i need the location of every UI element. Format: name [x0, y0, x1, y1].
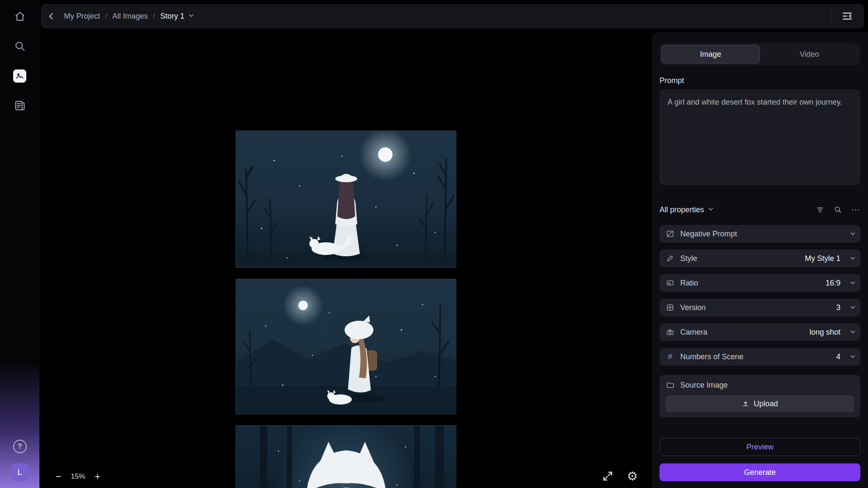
property-row-camera[interactable]: Camera long shot	[659, 323, 860, 341]
breadcrumb-separator: /	[105, 12, 107, 21]
property-row-negative-prompt[interactable]: Negative Prompt	[659, 225, 860, 243]
panel-toggle-icon[interactable]	[840, 8, 855, 24]
property-row-version[interactable]: Version 3	[659, 299, 860, 316]
fullscreen-icon[interactable]	[600, 469, 615, 484]
image-off-icon	[665, 230, 675, 238]
prompt-input[interactable]: A girl and white desert fox started thei…	[668, 97, 852, 178]
avatar[interactable]: L	[11, 463, 29, 481]
all-properties-label: All properties	[659, 205, 704, 214]
property-row-style[interactable]: Style My Style 1	[659, 250, 860, 267]
upload-label: Upload	[754, 399, 778, 408]
breadcrumb-project[interactable]: My Project	[64, 12, 100, 21]
breadcrumb-current-label: Story 1	[160, 12, 184, 21]
breadcrumb-current-story[interactable]: Story 1	[160, 12, 193, 21]
chevron-down-icon	[189, 12, 193, 17]
camera-icon	[665, 328, 675, 336]
breadcrumb-separator: /	[153, 12, 155, 21]
back-icon[interactable]	[49, 13, 56, 19]
mode-tabs: Image Video	[659, 43, 860, 65]
property-value: 16:9	[826, 279, 840, 288]
prompt-box: A girl and white desert fox started thei…	[659, 89, 860, 185]
hash-icon: #	[665, 352, 675, 361]
topbar: My Project / All Images / Story 1	[41, 4, 864, 28]
property-label: Ratio	[680, 279, 698, 288]
zoom-out-button[interactable]: −	[52, 470, 65, 483]
generated-image-1[interactable]	[236, 130, 456, 268]
home-icon[interactable]	[11, 8, 29, 25]
property-value: 4	[836, 352, 840, 361]
chevron-down-icon	[850, 304, 855, 308]
property-label: Style	[680, 254, 697, 263]
properties-header: All properties ⋯	[659, 205, 860, 215]
tab-image[interactable]: Image	[661, 45, 760, 64]
canvas-actions: ⚙	[600, 469, 640, 484]
canvas: − 15% + ⚙	[39, 0, 652, 488]
prompt-label: Prompt	[659, 76, 860, 85]
generated-image-2[interactable]	[236, 279, 456, 414]
zoom-in-button[interactable]: +	[91, 470, 104, 483]
chevron-down-icon	[850, 328, 855, 333]
topbar-divider	[832, 11, 832, 21]
chevron-down-icon	[708, 206, 713, 211]
filter-icon[interactable]	[816, 205, 824, 214]
ratio-icon	[665, 279, 675, 287]
property-row-ratio[interactable]: Ratio 16:9	[659, 274, 860, 292]
all-properties-dropdown[interactable]: All properties	[659, 205, 712, 214]
property-value: My Style 1	[805, 254, 840, 263]
chevron-down-icon	[850, 255, 855, 259]
grid-icon	[665, 303, 675, 312]
chevron-down-icon	[850, 353, 855, 358]
generated-image-3[interactable]	[236, 425, 456, 488]
source-image-card: Source Image Upload	[659, 375, 860, 417]
pencil-icon	[665, 254, 675, 263]
property-row-numbers-of-scene[interactable]: # Numbers of Scene 4	[659, 348, 860, 366]
chevron-down-icon	[850, 230, 855, 235]
breadcrumb-all-images[interactable]: All Images	[112, 12, 148, 21]
breadcrumb: My Project / All Images / Story 1	[64, 12, 193, 21]
upload-button[interactable]: Upload	[665, 395, 854, 412]
images-icon-active-tile	[13, 69, 26, 83]
tab-video[interactable]: Video	[760, 45, 859, 64]
images-icon[interactable]	[11, 67, 29, 85]
generated-images-column	[39, 0, 652, 488]
property-label: Negative Prompt	[680, 230, 737, 238]
search-icon[interactable]	[11, 37, 29, 55]
generate-button[interactable]: Generate	[659, 463, 860, 481]
property-label: Numbers of Scene	[680, 352, 743, 361]
help-icon[interactable]: ?	[13, 440, 27, 453]
property-label: Version	[680, 303, 706, 312]
folder-icon	[665, 381, 675, 389]
property-value: 3	[836, 303, 840, 312]
property-value: long shot	[810, 328, 840, 337]
zoom-controls: − 15% +	[52, 470, 104, 483]
source-image-label: Source Image	[680, 381, 728, 390]
preview-button[interactable]: Preview	[659, 438, 860, 456]
sidebar: ? L	[0, 0, 39, 488]
generation-panel: Image Video Prompt A girl and white dese…	[652, 32, 868, 488]
library-icon[interactable]	[11, 97, 29, 114]
app-screen: ? L My Project / All Images / Story 1	[0, 0, 868, 488]
search-properties-icon[interactable]	[834, 205, 842, 214]
more-options-icon[interactable]: ⋯	[851, 205, 860, 215]
zoom-level: 15%	[71, 472, 85, 481]
upload-icon	[742, 400, 749, 408]
property-label: Camera	[680, 328, 707, 337]
gear-glyph: ⚙	[627, 469, 638, 483]
property-rows: Negative Prompt Style My Style 1 Ratio 1…	[659, 225, 860, 366]
settings-gear-icon[interactable]: ⚙	[625, 469, 640, 484]
chevron-down-icon	[850, 279, 855, 284]
